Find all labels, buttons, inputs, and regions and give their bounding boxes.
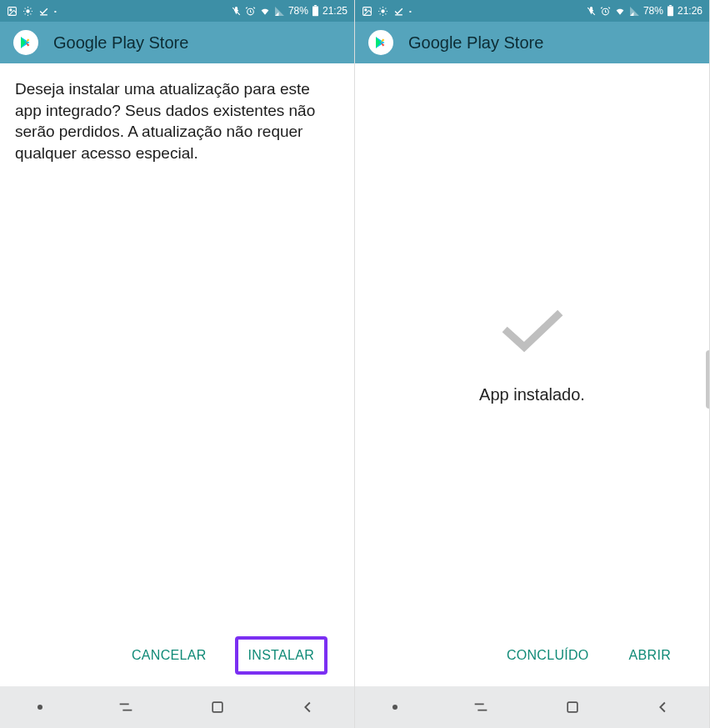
svg-point-16 xyxy=(392,705,398,710)
check-icon xyxy=(38,6,49,17)
brightness-icon xyxy=(378,6,388,17)
nav-bar xyxy=(355,686,709,728)
dot-icon: • xyxy=(409,8,412,15)
status-bar: • 78% 21:25 xyxy=(0,0,354,22)
screen-install-prompt: • 78% 21:25 Google Play Store xyxy=(0,0,355,728)
svg-rect-14 xyxy=(668,6,673,16)
battery-percent: 78% xyxy=(288,5,308,17)
content-area: App instalado. CONCLUÍDO ABRIR xyxy=(355,63,709,686)
svg-point-2 xyxy=(26,9,29,13)
battery-icon xyxy=(667,5,674,17)
title-bar: Google Play Store xyxy=(0,22,354,63)
svg-point-7 xyxy=(38,705,42,710)
signal-icon xyxy=(629,6,640,17)
brightness-icon xyxy=(22,6,33,17)
nav-bar xyxy=(0,686,354,728)
nav-dot-icon[interactable] xyxy=(37,704,43,710)
nav-back-icon[interactable] xyxy=(299,698,318,716)
check-icon xyxy=(393,6,404,17)
wifi-icon xyxy=(614,6,626,17)
nav-home-icon[interactable] xyxy=(564,699,581,715)
install-message: Deseja instalar uma atualização para est… xyxy=(15,78,339,164)
edge-handle[interactable] xyxy=(706,350,709,409)
cancel-button[interactable]: CANCELAR xyxy=(120,638,218,673)
signal-icon xyxy=(274,6,285,17)
svg-point-1 xyxy=(10,8,12,10)
svg-point-11 xyxy=(381,9,384,13)
alarm-icon xyxy=(600,6,611,17)
clock-time: 21:25 xyxy=(322,5,348,17)
success-check-icon xyxy=(499,307,566,360)
content-area: Deseja instalar uma atualização para est… xyxy=(0,63,354,686)
alarm-icon xyxy=(245,6,256,17)
svg-rect-8 xyxy=(212,702,222,712)
installed-message: App instalado. xyxy=(479,385,585,404)
clock-time: 21:26 xyxy=(678,5,702,17)
nav-home-icon[interactable] xyxy=(209,699,226,715)
play-store-icon xyxy=(368,30,393,55)
title-bar: Google Play Store xyxy=(355,22,709,63)
open-button[interactable]: ABRIR xyxy=(618,638,682,673)
svg-rect-6 xyxy=(314,5,317,6)
play-store-icon xyxy=(13,30,38,55)
svg-rect-5 xyxy=(312,6,318,16)
battery-icon xyxy=(312,5,319,17)
mute-icon xyxy=(231,6,242,17)
screen-installed: • 78% 21:26 Google Play Store xyxy=(355,0,710,728)
install-button[interactable]: INSTALAR xyxy=(238,640,324,671)
dot-icon: • xyxy=(54,8,57,15)
battery-percent: 78% xyxy=(643,5,663,17)
nav-dot-icon[interactable] xyxy=(392,704,398,710)
nav-back-icon[interactable] xyxy=(654,698,672,716)
wifi-icon xyxy=(259,6,271,17)
install-highlight: INSTALAR xyxy=(235,636,328,675)
done-button[interactable]: CONCLUÍDO xyxy=(495,638,601,673)
svg-rect-15 xyxy=(669,5,672,6)
app-title: Google Play Store xyxy=(53,33,188,53)
status-bar: • 78% 21:26 xyxy=(355,0,709,22)
svg-point-10 xyxy=(365,8,367,10)
nav-recents-icon[interactable] xyxy=(117,698,135,716)
image-icon xyxy=(7,6,18,17)
action-bar: CONCLUÍDO ABRIR xyxy=(370,633,694,686)
image-icon xyxy=(362,6,372,17)
app-title: Google Play Store xyxy=(408,33,543,53)
action-bar: CANCELAR INSTALAR xyxy=(15,633,339,686)
mute-icon xyxy=(586,6,597,17)
nav-recents-icon[interactable] xyxy=(472,698,490,716)
svg-rect-17 xyxy=(568,702,578,712)
